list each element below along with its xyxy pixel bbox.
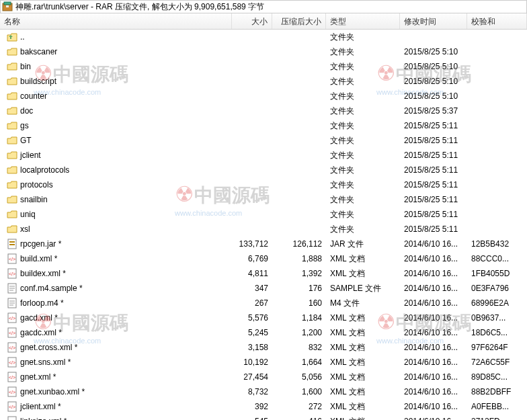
file-size: 4,811 <box>232 269 272 278</box>
file-date: 2014/6/10 16... <box>400 254 467 263</box>
file-row[interactable]: </>build.xml *6,7691,888XML 文档2014/6/10 … <box>0 251 527 266</box>
file-row[interactable]: GT文件夹2015/8/25 5:11 <box>0 133 527 148</box>
file-type: 文件夹 <box>326 209 400 220</box>
file-row[interactable]: </>gnet.xml *27,4545,056XML 文档2014/6/10 … <box>0 370 527 384</box>
file-crc: 88B2DBFF <box>467 387 524 396</box>
file-row[interactable]: buildscript文件夹2015/8/25 5:10 <box>0 74 527 89</box>
file-row[interactable]: protocols文件夹2015/8/25 5:11 <box>0 177 527 192</box>
file-name: GT <box>20 136 32 145</box>
file-row[interactable]: forloop.m4 *267160M4 文件2014/6/10 16...68… <box>0 296 527 310</box>
file-row[interactable]: </>gacdc.xml *5,2451,200XML 文档2014/6/10 … <box>0 325 527 340</box>
winrar-icon <box>2 1 13 12</box>
file-name: gnet.sns.xml * <box>20 358 71 367</box>
folder-icon <box>7 76 17 87</box>
svg-text:</>: </> <box>9 257 15 261</box>
file-crc: 72A6C55F <box>467 358 524 367</box>
col-size[interactable]: 大小 <box>232 13 272 29</box>
jar-icon <box>7 239 17 249</box>
file-name: protocols <box>20 180 53 190</box>
folder-icon <box>7 120 17 131</box>
file-row[interactable]: localprotocols文件夹2015/8/25 5:11 <box>0 163 527 177</box>
file-icon <box>7 298 17 308</box>
file-date: 2014/6/10 16... <box>400 328 467 337</box>
file-name: gs <box>20 121 29 130</box>
folder-icon <box>7 135 17 146</box>
col-date[interactable]: 修改时间 <box>400 13 467 29</box>
file-date: 2014/6/10 16... <box>400 269 467 278</box>
file-icon <box>7 283 17 294</box>
file-name: bin <box>20 62 31 71</box>
file-row[interactable]: </>gnet.xunbao.xml *8,7321,600XML 文档2014… <box>0 384 527 399</box>
file-type: 文件夹 <box>326 46 400 58</box>
file-crc: A0FEBB... <box>467 402 524 411</box>
column-header: 名称 大小 压缩后大小 类型 修改时间 校验和 <box>0 13 527 30</box>
file-row[interactable]: </>linksize.xml *545416XML 文档2014/6/10 1… <box>0 414 527 420</box>
folder-icon <box>7 106 17 116</box>
file-row[interactable]: </>gnet.cross.xml *3,158832XML 文档2014/6/… <box>0 340 527 355</box>
file-row[interactable]: gs文件夹2015/8/25 5:11 <box>0 118 527 133</box>
file-row[interactable]: counter文件夹2015/8/25 5:10 <box>0 89 527 103</box>
col-crc[interactable]: 校验和 <box>467 13 527 29</box>
file-size: 6,769 <box>232 254 272 263</box>
file-row[interactable]: uniq文件夹2015/8/25 5:11 <box>0 207 527 222</box>
file-date: 2015/8/25 5:11 <box>400 136 467 145</box>
file-crc: 68996E2A <box>467 298 524 308</box>
file-row[interactable]: doc文件夹2015/8/25 5:37 <box>0 103 527 118</box>
file-row[interactable]: </>gacd.xml *5,5761,184XML 文档2014/6/10 1… <box>0 310 527 325</box>
col-name[interactable]: 名称 <box>0 13 232 29</box>
svg-text:</>: </> <box>9 345 15 350</box>
file-packed-size: 1,664 <box>272 358 326 367</box>
xml-icon: </> <box>7 253 17 264</box>
file-size: 545 <box>232 417 272 420</box>
file-packed-size: 5,056 <box>272 372 326 382</box>
svg-text:</>: </> <box>9 316 15 321</box>
file-type: XML 文档 <box>326 327 400 339</box>
file-row[interactable]: snailbin文件夹2015/8/25 5:11 <box>0 192 527 207</box>
file-type: 文件夹 <box>326 106 400 117</box>
address-bar[interactable]: 神雕.rar\trunk\server - RAR 压缩文件, 解包大小为 9,… <box>0 0 527 13</box>
file-type: 文件夹 <box>326 91 400 102</box>
file-size: 27,454 <box>232 372 272 382</box>
file-type: M4 文件 <box>326 298 400 309</box>
file-date: 2015/8/25 5:10 <box>400 62 467 71</box>
file-row[interactable]: conf.m4.sample *347176SAMPLE 文件2014/6/10… <box>0 281 527 296</box>
file-packed-size: 416 <box>272 417 326 420</box>
file-row[interactable]: </>gnet.sns.xml *10,1921,664XML 文档2014/6… <box>0 355 527 370</box>
file-packed-size: 1,200 <box>272 328 326 337</box>
file-packed-size: 1,392 <box>272 269 326 278</box>
file-crc: 2712FD... <box>467 417 524 420</box>
file-row[interactable]: </>jclient.xml *392272XML 文档2014/6/10 16… <box>0 399 527 414</box>
col-packed[interactable]: 压缩后大小 <box>272 13 326 29</box>
file-date: 2015/8/25 5:11 <box>400 224 467 234</box>
file-date: 2014/6/10 16... <box>400 372 467 382</box>
file-date: 2014/6/10 16... <box>400 298 467 308</box>
xml-icon: </> <box>7 268 17 279</box>
file-name: xsl <box>20 224 30 234</box>
file-date: 2014/6/10 16... <box>400 313 467 323</box>
file-date: 2014/6/10 16... <box>400 358 467 367</box>
file-date: 2014/6/10 16... <box>400 402 467 411</box>
file-row[interactable]: bakscaner文件夹2015/8/25 5:10 <box>0 44 527 59</box>
file-date: 2015/8/25 5:37 <box>400 106 467 116</box>
file-size: 3,158 <box>232 343 272 352</box>
xml-icon: </> <box>7 327 17 338</box>
file-row[interactable]: bin文件夹2015/8/25 5:10 <box>0 59 527 74</box>
file-row[interactable]: rpcgen.jar *133,712126,112JAR 文件2014/6/1… <box>0 237 527 251</box>
file-row[interactable]: jclient文件夹2015/8/25 5:11 <box>0 148 527 163</box>
file-name: gnet.xunbao.xml * <box>20 387 85 396</box>
col-type[interactable]: 类型 <box>326 13 400 29</box>
svg-rect-1 <box>4 2 11 5</box>
file-row[interactable]: ..文件夹 <box>0 30 527 44</box>
file-type: 文件夹 <box>326 224 400 235</box>
file-crc: 12B5B432 <box>467 239 524 249</box>
file-row[interactable]: xsl文件夹2015/8/25 5:11 <box>0 222 527 237</box>
file-size: 347 <box>232 284 272 293</box>
folder-icon <box>7 61 17 72</box>
file-name: .. <box>20 32 25 42</box>
file-row[interactable]: </>buildex.xml *4,8111,392XML 文档2014/6/1… <box>0 266 527 281</box>
file-name: conf.m4.sample * <box>20 284 83 293</box>
file-type: 文件夹 <box>326 194 400 206</box>
file-crc: 0E3FA796 <box>467 284 524 293</box>
svg-text:</>: </> <box>9 390 15 394</box>
file-crc: 88CCC0... <box>467 254 524 263</box>
